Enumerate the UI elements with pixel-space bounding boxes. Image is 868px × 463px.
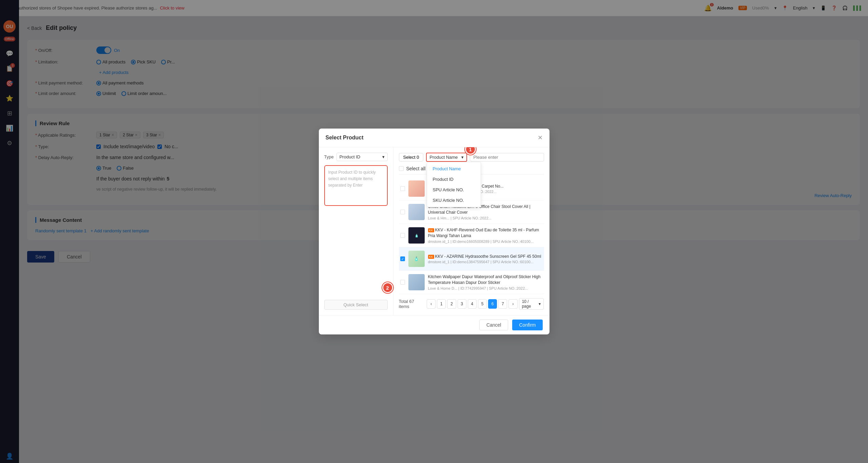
dropdown-sku-article[interactable]: SKU Article NO. [427, 195, 481, 206]
search-type-value: Product Name [429, 155, 458, 160]
product-item: 🧴 KKKKV - KAHF-Revered Oud Eau de Toilet… [399, 224, 544, 247]
right-panel: Select 0 Product Name ▾ 1 Product Name P… [393, 147, 549, 315]
type-select-value: Product ID [340, 154, 360, 159]
product-id-input-area[interactable]: Input Product ID to quickly select and m… [324, 165, 388, 206]
modal-close-button[interactable]: ✕ [538, 134, 543, 141]
modal-body: Type Product ID ▾ Input Product ID to qu… [319, 147, 549, 315]
page-btn-2[interactable]: 2 [447, 299, 456, 309]
type-select[interactable]: Product ID ▾ [336, 153, 388, 161]
product-checkbox-4[interactable]: ✓ [400, 256, 405, 261]
next-page-button[interactable]: › [508, 299, 517, 309]
product-meta-2: Love & Hm... | SPU Article NO.:2022... [428, 216, 543, 220]
product-meta-5: Love & Home D... | ID:7742995947 | SPU A… [428, 286, 543, 290]
product-name-5: Kitchen Wallpaper Dapur Waterproof and O… [428, 274, 543, 286]
dropdown-product-id[interactable]: Product ID [427, 174, 481, 185]
pagination-total: Total 67 items [399, 299, 424, 309]
product-image-4: 🧴 [408, 251, 425, 267]
product-name-4: KKKKV - AZARINE Hydrasoothe Sunscreen Ge… [428, 254, 543, 259]
product-info-5: Kitchen Wallpaper Dapur Waterproof and O… [428, 274, 543, 290]
page-btn-6[interactable]: 6 [488, 299, 497, 309]
type-row: Type Product ID ▾ [324, 153, 388, 161]
page-btn-3[interactable]: 3 [458, 299, 466, 309]
modal-cancel-button[interactable]: Cancel [479, 320, 508, 330]
page-btn-1[interactable]: 1 [437, 299, 446, 309]
dropdown-product-name[interactable]: Product Name [427, 163, 481, 174]
product-image-1 [408, 180, 425, 197]
dropdown-spu-article[interactable]: SPU Article NO. [427, 185, 481, 195]
right-top-controls: Select 0 Product Name ▾ 1 Product Name P… [399, 153, 544, 162]
modal-overlay: Select Product ✕ Type Product ID ▾ Input… [0, 0, 868, 463]
type-select-chevron: ▾ [382, 154, 385, 159]
page-btn-4[interactable]: 4 [468, 299, 477, 309]
product-checkbox-2[interactable] [400, 210, 405, 214]
product-checkbox-3[interactable] [400, 233, 405, 238]
product-tag-4: KK [428, 255, 434, 259]
product-item: ✓ 🧴 KKKKV - AZARINE Hydrasoothe Sunscree… [399, 247, 544, 271]
per-page-chevron: ▾ [539, 302, 541, 306]
search-type-dropdown: Product Name Product ID SPU Article NO. … [427, 162, 481, 207]
product-image-2 [408, 204, 425, 220]
product-tag-3: KK [428, 228, 434, 232]
product-meta-3: dmstore.id_1 | ID:demo16605008289 | SPU … [428, 239, 543, 244]
product-info-3: KKKKV - KAHF-Revered Oud Eau de Toilette… [428, 227, 543, 244]
search-type-chevron: ▾ [461, 155, 464, 160]
product-checkbox-5[interactable] [400, 280, 405, 285]
type-label: Type [324, 154, 334, 159]
product-id-placeholder: Input Product ID to quickly select and m… [328, 170, 376, 188]
annotation-2: 2 [382, 282, 393, 293]
product-image-5 [408, 274, 425, 290]
quick-select-button: Quick Select [324, 300, 388, 310]
search-type-select[interactable]: Product Name ▾ 1 Product Name Product ID… [426, 153, 467, 162]
left-panel: Type Product ID ▾ Input Product ID to qu… [319, 147, 393, 315]
page-btn-7[interactable]: 7 [498, 299, 507, 309]
search-input[interactable] [470, 153, 544, 161]
product-meta-4: dmstore.id_1 | ID:demo13847595647 | SPU … [428, 260, 543, 264]
per-page-select[interactable]: 10 / page ▾ [519, 298, 544, 310]
product-image-3: 🧴 [408, 227, 425, 244]
select-all-checkbox[interactable] [399, 166, 404, 171]
product-img-label-4: 🧴 [414, 256, 419, 261]
product-img-label-3: 🧴 [414, 234, 419, 237]
modal-confirm-button[interactable]: Confirm [512, 320, 542, 330]
page-btn-5[interactable]: 5 [478, 299, 487, 309]
select-count-button[interactable]: Select 0 [399, 153, 424, 161]
product-name-3: KKKKV - KAHF-Revered Oud Eau de Toilette… [428, 227, 543, 239]
modal-header: Select Product ✕ [319, 129, 549, 147]
prev-page-button[interactable]: ‹ [427, 299, 436, 309]
select-product-modal: Select Product ✕ Type Product ID ▾ Input… [319, 129, 549, 334]
product-info-4: KKKKV - AZARINE Hydrasoothe Sunscreen Ge… [428, 254, 543, 264]
pagination: Total 67 items ‹ 1 2 3 4 5 6 7 › 10 / pa… [399, 298, 544, 310]
product-checkbox-1[interactable] [400, 186, 405, 191]
modal-footer: Cancel Confirm [319, 315, 549, 334]
product-item: Kitchen Wallpaper Dapur Waterproof and O… [399, 271, 544, 294]
modal-title: Select Product [326, 135, 364, 141]
